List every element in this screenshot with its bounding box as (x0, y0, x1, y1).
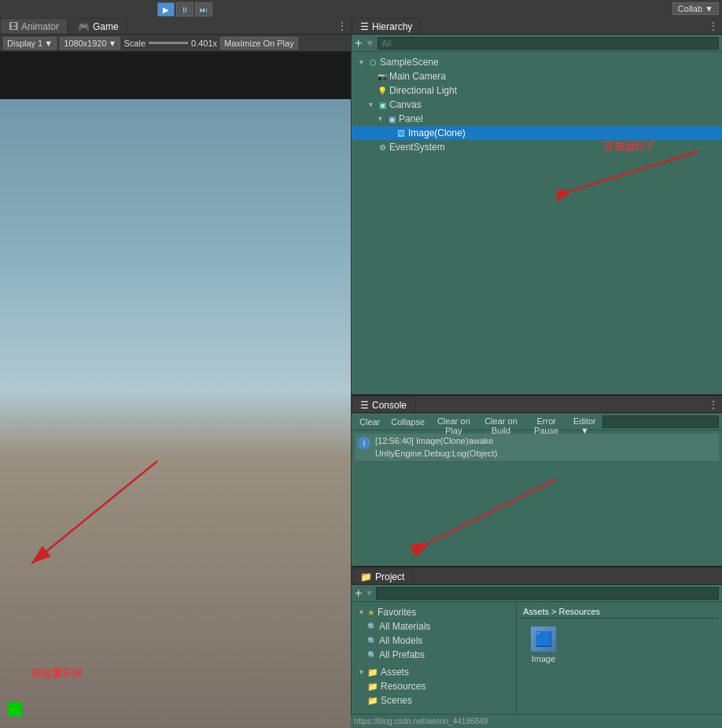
project-panel: 📁 Project + ▼ ▼ ★ Favorites (351, 566, 722, 728)
canvas-arrow-icon: ▼ (367, 101, 375, 109)
favorites-arrow-icon: ▼ (358, 608, 365, 616)
bottom-url-bar: https://blog.csdn.net/weixin_44186849 (351, 714, 722, 728)
samplescene-label: SampleScene (380, 57, 439, 68)
all-models-search-icon: 🔍 (367, 637, 377, 645)
console-entry[interactable]: i [12:56:40] Image(Clone)awake UnityEngi… (355, 434, 719, 462)
collapse-button[interactable]: Collapse (386, 415, 429, 429)
play-button[interactable]: ▶ (157, 2, 175, 17)
console-tab-label: Console (372, 400, 407, 411)
top-bar: ▶ ⏸ ⏭ Collab ▼ (0, 0, 722, 17)
game-canvas: 但位置不对 (0, 52, 351, 728)
project-tree-all-prefabs[interactable]: 🔍 All Prefabs (352, 648, 516, 662)
tab-hierarchy[interactable]: ☰ Hierarchy (352, 18, 421, 34)
clear-on-play-button[interactable]: Clear on Play (431, 415, 476, 429)
maximize-button[interactable]: Maximize On Play (220, 37, 298, 50)
scale-label: Scale (123, 39, 146, 48)
hierarchy-tab-label: Hierarchy (372, 21, 412, 32)
resolution-label: 1080x1920 (64, 39, 106, 48)
console-search-input[interactable] (602, 416, 719, 428)
hierarchy-tab-icon: ☰ (360, 21, 369, 32)
game-display-bar: Display 1 ▼ 1080x1920 ▼ Scale 0.401x Max… (0, 35, 351, 52)
main-camera-label: Main Camera (389, 71, 446, 82)
console-toolbar: Clear Collapse Clear on Play Clear on Bu… (352, 413, 722, 431)
game-tab-icon: 🎮 (78, 21, 90, 32)
resolution-select[interactable]: 1080x1920 ▼ (60, 37, 120, 50)
hierarchy-panel: ☰ Hierarchy ⋮ + ▼ ▼ ⬡ SampleScene (351, 17, 722, 394)
samplescene-arrow-icon: ▼ (358, 58, 366, 66)
resources-folder-icon: 📁 (367, 682, 378, 692)
console-tab-icon: ☰ (360, 400, 369, 411)
tree-item-image-clone[interactable]: 🖼 Image(Clone) (352, 126, 722, 140)
clear-button[interactable]: Clear (355, 415, 385, 429)
image-asset-label: Image (532, 654, 556, 663)
assets-path-text: Assets > Resources (523, 607, 600, 616)
step-button[interactable]: ⏭ (195, 2, 212, 17)
favorites-label: Favorites (378, 607, 416, 618)
project-tree-resources[interactable]: 📁 Resources (352, 679, 516, 693)
console-more-btn[interactable]: ⋮ (708, 398, 719, 411)
hierarchy-more-btn[interactable]: ⋮ (708, 20, 719, 32)
scenes-label: Scenes (381, 695, 412, 706)
all-materials-search-icon: 🔍 (367, 623, 377, 631)
error-pause-button[interactable]: Error Pause (526, 415, 567, 429)
project-tree-all-models[interactable]: 🔍 All Models (352, 634, 516, 648)
project-tree-scenes[interactable]: 📁 Scenes (352, 693, 516, 708)
project-tree-all-materials[interactable]: 🔍 All Materials (352, 619, 516, 634)
console-entry-line2: UnityEngine.Debug:Log(Object) (375, 448, 497, 460)
pause-button[interactable]: ⏸ (176, 2, 193, 17)
project-assets-view: Assets > Resources 🟦 Image (517, 602, 722, 728)
tree-item-main-camera[interactable]: 📷 Main Camera (352, 69, 722, 83)
display-select[interactable]: Display 1 ▼ (3, 37, 57, 50)
project-tree: ▼ ★ Favorites 🔍 All Materials 🔍 All Mode… (352, 602, 517, 728)
project-tree-favorites[interactable]: ▼ ★ Favorites (352, 605, 516, 619)
tree-item-samplescene[interactable]: ▼ ⬡ SampleScene (352, 55, 722, 69)
tab-animator[interactable]: 🎞 Animator (0, 18, 68, 34)
scale-slider[interactable] (149, 42, 188, 44)
project-content: ▼ ★ Favorites 🔍 All Materials 🔍 All Mode… (352, 602, 722, 728)
editor-tab-more[interactable]: ⋮ (337, 20, 348, 32)
assets-folder-icon: 📁 (367, 667, 378, 678)
canvas-label: Canvas (389, 99, 422, 110)
tree-item-panel[interactable]: ▼ ▣ Panel (352, 112, 722, 126)
tree-item-canvas[interactable]: ▼ ▣ Canvas (352, 98, 722, 112)
project-tab-label: Project (375, 571, 404, 582)
animator-tab-icon: 🎞 (9, 21, 18, 32)
animator-tab-label: Animator (21, 21, 59, 32)
resources-label: Resources (381, 681, 425, 692)
all-materials-label: All Materials (379, 621, 430, 632)
hierarchy-search-input[interactable] (378, 37, 719, 50)
game-annotation-text: 但位置不对 (31, 667, 83, 679)
tab-game[interactable]: 🎮 Game (69, 18, 127, 34)
image-clone-icon: 🖼 (396, 127, 407, 139)
panel-gameobj-icon: ▣ (386, 113, 397, 124)
asset-item-image[interactable]: 🟦 Image (520, 623, 567, 667)
assets-arrow-icon: ▼ (358, 668, 365, 676)
resolution-arrow-icon: ▼ (109, 39, 117, 48)
assets-label: Assets (381, 667, 409, 678)
right-panel: ☰ Hierarchy ⋮ + ▼ ▼ ⬡ SampleScene (351, 17, 722, 728)
all-prefabs-label: All Prefabs (379, 649, 425, 660)
directional-light-label: Directional Light (389, 85, 457, 96)
assets-path: Assets > Resources (520, 605, 719, 619)
project-tab-bar: 📁 Project (352, 567, 722, 585)
project-tab-icon: 📁 (360, 571, 372, 582)
hierarchy-add-button[interactable]: + (355, 37, 362, 50)
hierarchy-tab-bar: ☰ Hierarchy ⋮ (352, 17, 722, 35)
tab-console[interactable]: ☰ Console (352, 397, 415, 412)
editor-dropdown-button[interactable]: Editor ▼ (569, 415, 601, 429)
project-add-button[interactable]: + (355, 586, 362, 601)
project-tree-assets[interactable]: ▼ 📁 Assets (352, 665, 516, 679)
console-log-area: i [12:56:40] Image(Clone)awake UnityEngi… (352, 431, 722, 566)
project-toolbar: + ▼ (352, 585, 722, 602)
tree-item-directional-light[interactable]: 💡 Directional Light (352, 83, 722, 98)
panel-label: Panel (399, 113, 423, 124)
image-clone-label: Image(Clone) (408, 127, 466, 139)
collab-button[interactable]: Collab ▼ (672, 2, 719, 15)
tab-project[interactable]: 📁 Project (352, 568, 413, 584)
hierarchy-annotation-container: 正在运行了 (557, 143, 714, 240)
hierarchy-toolbar: + ▼ (352, 35, 722, 52)
clear-on-build-button[interactable]: Clear on Build (477, 415, 524, 429)
project-search-input[interactable] (376, 587, 719, 600)
svg-line-1 (31, 461, 157, 564)
display-arrow-icon: ▼ (44, 39, 53, 48)
